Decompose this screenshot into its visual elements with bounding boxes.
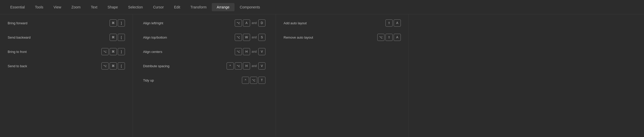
opt-key-tidy: ⌥ bbox=[250, 77, 257, 84]
nav-edit[interactable]: Edit bbox=[169, 3, 185, 11]
align-lr-label: Align left/right bbox=[143, 21, 233, 25]
nav-view[interactable]: View bbox=[49, 3, 66, 11]
bring-to-front-keys: ⌥ ⌘ ] bbox=[101, 48, 125, 55]
and-text-3: and bbox=[252, 50, 257, 53]
cmd-key-2: ⌘ bbox=[110, 34, 117, 41]
opt-key-dist: ⌥ bbox=[235, 62, 242, 70]
bring-forward-keys: ⌘ ] bbox=[110, 19, 125, 27]
bring-to-front-label: Bring to front bbox=[8, 50, 99, 54]
a-key-remove: A bbox=[394, 34, 401, 41]
bring-forward-label: Bring forward bbox=[8, 21, 108, 25]
h-key: H bbox=[243, 48, 250, 55]
and-text-4: and bbox=[252, 64, 257, 68]
nav-essential[interactable]: Essential bbox=[5, 3, 30, 11]
align-tb-row: Align top/bottom ⌥ W and S bbox=[143, 34, 265, 41]
send-backward-keys: ⌘ [ bbox=[110, 34, 125, 41]
a-key-add: A bbox=[394, 19, 401, 27]
opt-key: ⌥ bbox=[101, 48, 109, 55]
align-tb-label: Align top/bottom bbox=[143, 36, 233, 39]
add-auto-layout-row: Add auto layout ⇧ A bbox=[284, 19, 401, 27]
a-key: A bbox=[243, 19, 250, 27]
bring-to-front-row: Bring to front ⌥ ⌘ ] bbox=[8, 48, 125, 55]
v-key-2: V bbox=[258, 62, 265, 70]
distribute-spacing-row: Distribute spacing ^ ⌥ H and V bbox=[143, 62, 265, 70]
send-backward-label: Send backward bbox=[8, 36, 108, 39]
add-auto-layout-label: Add auto layout bbox=[284, 21, 383, 25]
auto-layout-section: Add auto layout ⇧ A Remove auto layout ⌥… bbox=[276, 14, 409, 137]
ctrl-key-tidy: ^ bbox=[242, 77, 249, 84]
cmd-key: ⌘ bbox=[110, 19, 117, 27]
shift-key-add: ⇧ bbox=[385, 19, 393, 27]
nav-shape[interactable]: Shape bbox=[102, 3, 123, 11]
opt-key-2: ⌥ bbox=[101, 62, 109, 70]
and-text-1: and bbox=[252, 21, 257, 25]
shift-key-remove: ⇧ bbox=[385, 34, 393, 41]
content-area: Bring forward ⌘ ] Send backward ⌘ [ Brin… bbox=[0, 14, 644, 137]
align-centers-keys: ⌥ H and V bbox=[235, 48, 265, 55]
nav-tools[interactable]: Tools bbox=[30, 3, 49, 11]
nav-zoom[interactable]: Zoom bbox=[66, 3, 86, 11]
opt-key-align-c: ⌥ bbox=[235, 48, 242, 55]
nav-transform[interactable]: Transform bbox=[185, 3, 212, 11]
nav-text[interactable]: Text bbox=[86, 3, 102, 11]
nav-selection[interactable]: Selection bbox=[123, 3, 148, 11]
remove-auto-layout-keys: ⌥ ⇧ A bbox=[377, 34, 401, 41]
d-key: D bbox=[258, 19, 265, 27]
distribute-spacing-keys: ^ ⌥ H and V bbox=[227, 62, 265, 70]
opt-key-align-tb: ⌥ bbox=[235, 34, 242, 41]
bracket-open-key-2: [ bbox=[118, 62, 125, 70]
nav-components[interactable]: Components bbox=[235, 3, 265, 11]
tidy-up-row: Tidy up ^ ⌥ T bbox=[143, 77, 265, 84]
bracket-close-key: ] bbox=[118, 19, 125, 27]
ctrl-key-dist: ^ bbox=[227, 62, 234, 70]
s-key: S bbox=[258, 34, 265, 41]
align-centers-row: Align centers ⌥ H and V bbox=[143, 48, 265, 55]
remove-auto-layout-row: Remove auto layout ⌥ ⇧ A bbox=[284, 34, 401, 41]
nav-arrange[interactable]: Arrange bbox=[212, 3, 235, 11]
send-backward-row: Send backward ⌘ [ bbox=[8, 34, 125, 41]
tidy-up-keys: ^ ⌥ T bbox=[242, 77, 265, 84]
nav-cursor[interactable]: Cursor bbox=[148, 3, 169, 11]
h-key-2: H bbox=[243, 62, 250, 70]
distribute-spacing-label: Distribute spacing bbox=[143, 64, 225, 68]
align-centers-label: Align centers bbox=[143, 50, 233, 54]
bracket-close-key-2: ] bbox=[118, 48, 125, 55]
alignment-section: Align left/right ⌥ A and D Align top/bot… bbox=[133, 14, 276, 137]
bring-forward-row: Bring forward ⌘ ] bbox=[8, 19, 125, 27]
cmd-key-4: ⌘ bbox=[110, 62, 117, 70]
add-auto-layout-keys: ⇧ A bbox=[385, 19, 401, 27]
align-lr-row: Align left/right ⌥ A and D bbox=[143, 19, 265, 27]
w-key: W bbox=[243, 34, 250, 41]
align-tb-keys: ⌥ W and S bbox=[235, 34, 265, 41]
tidy-up-label: Tidy up bbox=[143, 78, 240, 82]
remove-auto-layout-label: Remove auto layout bbox=[284, 36, 375, 39]
arrange-section: Bring forward ⌘ ] Send backward ⌘ [ Brin… bbox=[0, 14, 133, 137]
and-text-2: and bbox=[252, 36, 257, 39]
bracket-open-key: [ bbox=[118, 34, 125, 41]
v-key: V bbox=[258, 48, 265, 55]
top-nav: Essential Tools View Zoom Text Shape Sel… bbox=[0, 0, 644, 14]
opt-key-align-lr: ⌥ bbox=[235, 19, 242, 27]
send-to-back-row: Send to back ⌥ ⌘ [ bbox=[8, 62, 125, 70]
opt-key-remove: ⌥ bbox=[377, 34, 384, 41]
send-to-back-label: Send to back bbox=[8, 64, 99, 68]
t-key: T bbox=[258, 77, 265, 84]
cmd-key-3: ⌘ bbox=[110, 48, 117, 55]
align-lr-keys: ⌥ A and D bbox=[235, 19, 265, 27]
send-to-back-keys: ⌥ ⌘ [ bbox=[101, 62, 125, 70]
